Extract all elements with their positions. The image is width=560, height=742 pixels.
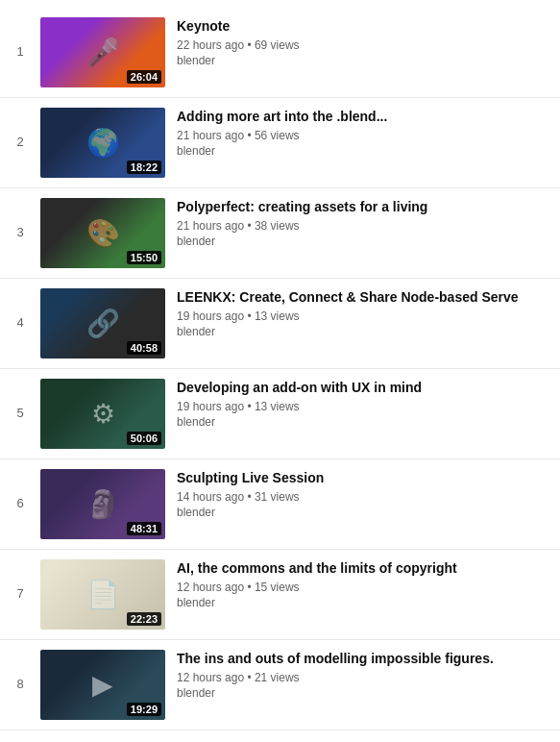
item-info: Adding more art into the .blend...21 hou…	[177, 108, 548, 158]
thumbnail[interactable]: 🗿48:31	[40, 469, 165, 539]
item-title[interactable]: Sculpting Live Session	[177, 469, 548, 486]
item-meta: 12 hours ago • 15 views	[177, 581, 548, 594]
list-item[interactable]: 1🎤26:04Keynote22 hours ago • 69 viewsble…	[0, 8, 560, 98]
thumbnail[interactable]: 📄22:23	[40, 559, 165, 630]
item-channel[interactable]: blender	[177, 415, 548, 429]
item-meta: 19 hours ago • 13 views	[177, 400, 548, 413]
list-item[interactable]: 7📄22:23AI, the commons and the limits of…	[0, 550, 560, 640]
video-duration: 22:23	[127, 612, 161, 626]
playlist-container: 1🎤26:04Keynote22 hours ago • 69 viewsble…	[0, 0, 560, 738]
list-item[interactable]: 6🗿48:31Sculpting Live Session14 hours ag…	[0, 459, 560, 550]
thumbnail-play-icon: 🎨	[86, 217, 120, 249]
item-info: The ins and outs of modelling impossible…	[177, 650, 548, 700]
thumbnail[interactable]: ▶19:29	[40, 650, 165, 720]
item-number: 6	[12, 496, 29, 510]
item-meta: 22 hours ago • 69 views	[177, 38, 548, 52]
item-number: 1	[12, 44, 29, 59]
item-title[interactable]: Polyperfect: creating assets for a livin…	[177, 198, 548, 215]
video-duration: 26:04	[127, 70, 161, 84]
thumbnail-play-icon: 🔗	[86, 308, 120, 339]
video-duration: 18:22	[127, 161, 161, 174]
item-info: Polyperfect: creating assets for a livin…	[177, 198, 548, 248]
item-title[interactable]: Developing an add-on with UX in mind	[177, 379, 548, 396]
item-meta: 21 hours ago • 38 views	[177, 219, 548, 233]
item-info: Sculpting Live Session14 hours ago • 31 …	[177, 469, 548, 519]
item-channel[interactable]: blender	[177, 596, 548, 609]
thumbnail-play-icon: 🗿	[86, 488, 120, 520]
thumbnail-play-icon: 📄	[86, 579, 120, 610]
thumbnail[interactable]: 🌍18:22	[40, 108, 165, 178]
list-item[interactable]: 2🌍18:22Adding more art into the .blend..…	[0, 98, 560, 188]
item-meta: 14 hours ago • 31 views	[177, 490, 548, 504]
item-meta: 19 hours ago • 13 views	[177, 309, 548, 323]
item-info: LEENKX: Create, Connect & Share Node-bas…	[177, 288, 548, 338]
video-duration: 40:58	[127, 341, 161, 355]
thumbnail-play-icon: ▶	[92, 669, 113, 701]
video-duration: 50:06	[127, 432, 161, 445]
item-title[interactable]: LEENKX: Create, Connect & Share Node-bas…	[177, 288, 548, 306]
item-channel[interactable]: blender	[177, 325, 548, 338]
thumbnail-play-icon: 🎤	[86, 37, 120, 68]
item-channel[interactable]: blender	[177, 235, 548, 248]
thumbnail[interactable]: 🎨15:50	[40, 198, 165, 268]
item-info: AI, the commons and the limits of copyri…	[177, 559, 548, 609]
list-item[interactable]: 8▶19:29The ins and outs of modelling imp…	[0, 640, 560, 730]
video-duration: 15:50	[127, 251, 161, 264]
item-channel[interactable]: blender	[177, 144, 548, 158]
item-number: 7	[12, 586, 29, 601]
video-duration: 48:31	[127, 522, 161, 535]
video-duration: 19:29	[127, 703, 161, 716]
thumbnail[interactable]: ⚙50:06	[40, 379, 165, 449]
item-number: 2	[12, 135, 29, 149]
list-item[interactable]: 5⚙50:06Developing an add-on with UX in m…	[0, 369, 560, 459]
item-channel[interactable]: blender	[177, 686, 548, 700]
item-info: Keynote22 hours ago • 69 viewsblender	[177, 17, 548, 67]
thumbnail-play-icon: 🌍	[86, 127, 120, 159]
item-title[interactable]: Adding more art into the .blend...	[177, 108, 548, 125]
item-channel[interactable]: blender	[177, 54, 548, 67]
item-number: 5	[12, 406, 29, 420]
item-channel[interactable]: blender	[177, 506, 548, 519]
item-info: Developing an add-on with UX in mind19 h…	[177, 379, 548, 429]
item-meta: 21 hours ago • 56 views	[177, 129, 548, 142]
item-title[interactable]: AI, the commons and the limits of copyri…	[177, 559, 548, 577]
list-item[interactable]: 3🎨15:50Polyperfect: creating assets for …	[0, 188, 560, 279]
thumbnail[interactable]: 🎤26:04	[40, 17, 165, 87]
thumbnail[interactable]: 🔗40:58	[40, 288, 165, 359]
item-title[interactable]: The ins and outs of modelling impossible…	[177, 650, 548, 667]
item-title[interactable]: Keynote	[177, 17, 548, 35]
thumbnail-play-icon: ⚙	[91, 398, 115, 430]
item-number: 8	[12, 677, 29, 691]
item-number: 4	[12, 315, 29, 330]
item-number: 3	[12, 225, 29, 239]
item-meta: 12 hours ago • 21 views	[177, 671, 548, 684]
list-item[interactable]: 4🔗40:58LEENKX: Create, Connect & Share N…	[0, 279, 560, 369]
